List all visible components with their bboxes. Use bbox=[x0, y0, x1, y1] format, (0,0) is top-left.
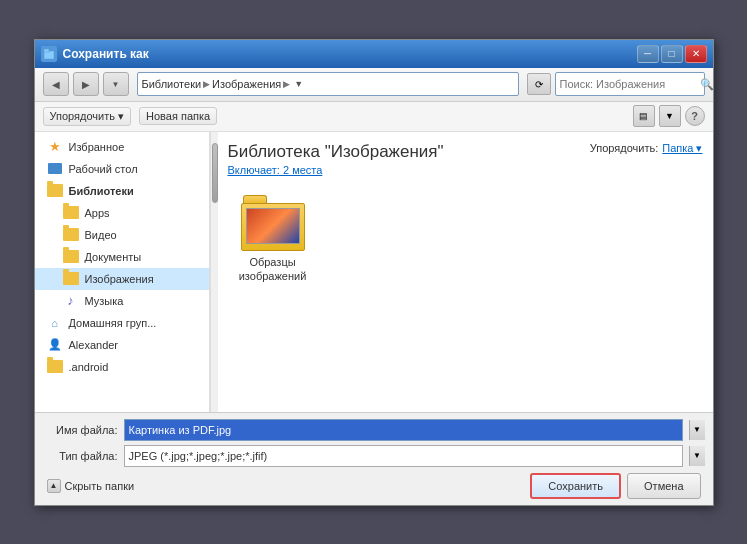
refresh-button[interactable]: ⟳ bbox=[527, 73, 551, 95]
filename-dropdown[interactable]: ▼ bbox=[689, 420, 705, 440]
help-button[interactable]: ? bbox=[685, 106, 705, 126]
new-folder-button[interactable]: Новая папка bbox=[139, 107, 217, 125]
breadcrumb: Библиотеки ▶ Изображения ▶ bbox=[142, 78, 291, 90]
search-bar[interactable]: 🔍 bbox=[555, 72, 705, 96]
sort-label: Упорядочить: bbox=[590, 142, 659, 154]
homegroup-icon: ⌂ bbox=[47, 315, 63, 331]
address-bar[interactable]: Библиотеки ▶ Изображения ▶ ▼ bbox=[137, 72, 519, 96]
view-dropdown[interactable]: ▼ bbox=[659, 105, 681, 127]
filetype-dropdown-arrow[interactable]: ▼ bbox=[689, 446, 705, 466]
main-content: Библиотека "Изображения" Включает: 2 мес… bbox=[218, 132, 713, 412]
back-button[interactable]: ◀ bbox=[43, 72, 69, 96]
forward-button[interactable]: ▶ bbox=[73, 72, 99, 96]
list-item[interactable]: Образцыизображений bbox=[233, 191, 313, 288]
sort-value[interactable]: Папка ▾ bbox=[662, 142, 702, 155]
music-icon: ♪ bbox=[63, 293, 79, 309]
library-title: Библиотека "Изображения" bbox=[228, 142, 444, 162]
star-icon: ★ bbox=[47, 139, 63, 155]
sidebar-item-images[interactable]: Изображения bbox=[35, 268, 209, 290]
filetype-label: Тип файла: bbox=[43, 450, 118, 462]
library-icon bbox=[47, 183, 63, 199]
search-icon[interactable]: 🔍 bbox=[700, 76, 714, 92]
address-dropdown[interactable]: ▼ bbox=[294, 79, 310, 89]
filetype-dropdown[interactable]: JPEG (*.jpg;*.jpeg;*.jpe;*.jfif) bbox=[124, 445, 683, 467]
android-folder-icon bbox=[47, 359, 63, 375]
view-button[interactable]: ▤ bbox=[633, 105, 655, 127]
content-area: ★ Избранное Рабочий стол Библиотеки bbox=[35, 132, 713, 412]
folder-thumbnail bbox=[241, 195, 305, 251]
desktop-icon bbox=[47, 161, 63, 177]
library-header: Библиотека "Изображения" Включает: 2 мес… bbox=[228, 142, 703, 176]
svg-rect-1 bbox=[44, 49, 49, 52]
window-controls: ─ □ ✕ bbox=[637, 45, 707, 63]
breadcrumb-sep-2: ▶ bbox=[283, 79, 290, 89]
library-title-area: Библиотека "Изображения" Включает: 2 мес… bbox=[228, 142, 444, 176]
save-button[interactable]: Сохранить bbox=[530, 473, 621, 499]
folder-image bbox=[246, 208, 300, 244]
up-button[interactable]: ▼ bbox=[103, 72, 129, 96]
minimize-button[interactable]: ─ bbox=[637, 45, 659, 63]
filename-row: Имя файла: ▼ bbox=[43, 419, 705, 441]
filename-input[interactable] bbox=[124, 419, 683, 441]
filetype-value: JPEG (*.jpg;*.jpeg;*.jpe;*.jfif) bbox=[129, 450, 268, 462]
sidebar-item-desktop[interactable]: Рабочий стол bbox=[35, 158, 209, 180]
video-folder-icon bbox=[63, 227, 79, 243]
sidebar-item-favorites[interactable]: ★ Избранное bbox=[35, 136, 209, 158]
sidebar-item-documents[interactable]: Документы bbox=[35, 246, 209, 268]
library-subtitle[interactable]: Включает: 2 места bbox=[228, 164, 444, 176]
file-label: Образцыизображений bbox=[239, 255, 307, 284]
sidebar-item-homegroup[interactable]: ⌂ Домашняя груп... bbox=[35, 312, 209, 334]
sidebar-item-libraries[interactable]: Библиотеки bbox=[35, 180, 209, 202]
sidebar-item-alexander[interactable]: 👤 Alexander bbox=[35, 334, 209, 356]
hide-folders-button[interactable]: ▲ Скрыть папки bbox=[47, 479, 135, 493]
cancel-button[interactable]: Отмена bbox=[627, 473, 700, 499]
buttons-row: ▲ Скрыть папки Сохранить Отмена bbox=[43, 473, 705, 499]
breadcrumb-item-2[interactable]: Изображения bbox=[212, 78, 281, 90]
folder-body bbox=[241, 203, 305, 251]
sidebar-item-music[interactable]: ♪ Музыка bbox=[35, 290, 209, 312]
apps-folder-icon bbox=[63, 205, 79, 221]
images-folder-icon bbox=[63, 271, 79, 287]
action-bar: Упорядочить ▾ Новая папка ▤ ▼ ? bbox=[35, 102, 713, 132]
organize-button[interactable]: Упорядочить ▾ bbox=[43, 107, 132, 126]
docs-folder-icon bbox=[63, 249, 79, 265]
filename-label: Имя файла: bbox=[43, 424, 118, 436]
bottom-area: Имя файла: ▼ Тип файла: JPEG (*.jpg;*.jp… bbox=[35, 412, 713, 505]
sidebar-item-video[interactable]: Видео bbox=[35, 224, 209, 246]
maximize-button[interactable]: □ bbox=[661, 45, 683, 63]
sidebar-item-android[interactable]: .android bbox=[35, 356, 209, 378]
view-controls: ▤ ▼ ? bbox=[633, 105, 705, 127]
sidebar-scrollbar[interactable] bbox=[210, 132, 218, 412]
save-dialog-window: Сохранить как ─ □ ✕ ◀ ▶ ▼ Библиотеки ▶ И… bbox=[34, 39, 714, 506]
breadcrumb-item-1[interactable]: Библиотеки bbox=[142, 78, 202, 90]
close-button[interactable]: ✕ bbox=[685, 45, 707, 63]
hide-folders-icon: ▲ bbox=[47, 479, 61, 493]
search-input[interactable] bbox=[560, 78, 698, 90]
file-grid: Образцыизображений bbox=[228, 186, 703, 293]
action-buttons: Сохранить Отмена bbox=[530, 473, 700, 499]
sidebar: ★ Избранное Рабочий стол Библиотеки bbox=[35, 132, 210, 412]
window-title: Сохранить как bbox=[63, 47, 631, 61]
sidebar-item-apps[interactable]: Apps bbox=[35, 202, 209, 224]
title-bar: Сохранить как ─ □ ✕ bbox=[35, 40, 713, 68]
sort-control: Упорядочить: Папка ▾ bbox=[590, 142, 703, 155]
scrollbar-thumb[interactable] bbox=[212, 143, 218, 203]
address-toolbar: ◀ ▶ ▼ Библиотеки ▶ Изображения ▶ ▼ ⟳ 🔍 bbox=[35, 68, 713, 102]
window-icon bbox=[41, 46, 57, 62]
filetype-row: Тип файла: JPEG (*.jpg;*.jpeg;*.jpe;*.jf… bbox=[43, 445, 705, 467]
breadcrumb-sep-1: ▶ bbox=[203, 79, 210, 89]
user-icon: 👤 bbox=[47, 337, 63, 353]
